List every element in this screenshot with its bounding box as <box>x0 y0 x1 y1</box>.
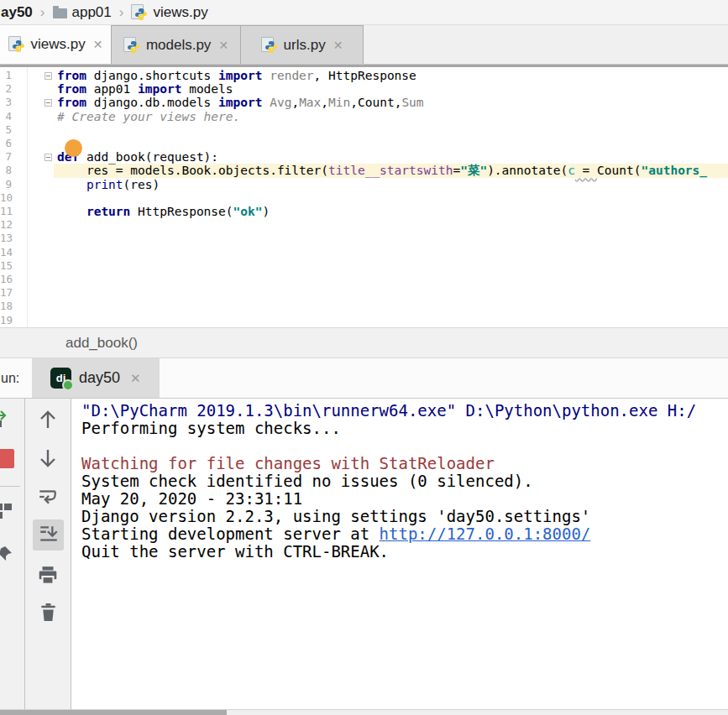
fold-marker-icon[interactable] <box>45 154 52 161</box>
code-line[interactable] <box>57 259 65 273</box>
line-number: 9 <box>0 178 12 191</box>
code-line[interactable]: print(res) <box>57 178 160 191</box>
toolbar-separator <box>0 486 20 487</box>
code-editor[interactable]: 12345678910111213141516171819 from djang… <box>0 67 728 327</box>
code-line[interactable]: # Create your views here. <box>57 110 240 123</box>
code-token: django.db.models <box>86 96 218 109</box>
server-url-link[interactable]: http://127.0.0.1:8000/ <box>380 525 591 543</box>
code-token: render <box>270 69 313 82</box>
code-line[interactable]: res = models.Book.objects.filter(title__… <box>57 164 707 177</box>
code-line[interactable] <box>57 286 65 300</box>
stop-icon[interactable] <box>0 449 14 468</box>
code-token: "菜" <box>460 164 487 177</box>
print-icon[interactable] <box>37 565 59 590</box>
current-function-label: add_book() <box>65 335 138 352</box>
python-file-icon <box>131 4 148 21</box>
horizontal-scrollbar <box>0 709 728 715</box>
code-token: , <box>291 96 299 109</box>
code-line[interactable] <box>57 232 65 245</box>
breadcrumb-label: ay50 <box>1 4 33 21</box>
code-token: from <box>57 82 86 96</box>
editor-tab-bar: views.py ✕ models.py ✕ urls.py ✕ <box>0 25 728 64</box>
code-token: , <box>350 96 358 109</box>
line-number: 7 <box>0 150 12 164</box>
code-token: from <box>57 69 86 82</box>
code-line[interactable] <box>57 218 65 232</box>
line-number: 18 <box>0 300 12 313</box>
tab-label: urls.py <box>284 37 326 54</box>
line-number: 19 <box>0 314 12 327</box>
console-line: Starting development server at http://12… <box>81 525 728 543</box>
code-line[interactable]: from django.shortcuts import render, Htt… <box>57 69 416 82</box>
code-line[interactable] <box>57 137 65 150</box>
soft-wrap-icon[interactable] <box>37 486 59 511</box>
python-file-icon <box>123 37 140 54</box>
code-line[interactable]: from django.db.models import Avg,Max,Min… <box>57 96 424 109</box>
console-output[interactable]: "D:\PyCharm 2019.1.3\bin\runnerw64.exe" … <box>71 399 728 709</box>
run-panel-title: un: <box>1 358 19 398</box>
code-token: Max <box>299 96 321 109</box>
clear-all-icon[interactable] <box>38 602 59 626</box>
code-line[interactable]: from app01 import models <box>57 82 233 96</box>
code-line[interactable]: def add_book(request): <box>57 150 218 164</box>
code-token: models <box>181 82 233 96</box>
code-line[interactable] <box>57 191 65 205</box>
code-line[interactable] <box>57 123 65 137</box>
code-line[interactable]: return HttpResponse("ok") <box>57 205 270 218</box>
run-tab-day50[interactable]: dj day50 ✕ <box>32 358 160 398</box>
run-tab-label: day50 <box>79 369 120 387</box>
code-token: from <box>57 96 86 109</box>
restore-layout-icon[interactable] <box>0 501 13 525</box>
tab-views-py[interactable]: views.py ✕ <box>0 25 112 64</box>
fold-marker-icon[interactable] <box>45 99 52 107</box>
code-token: import <box>138 82 181 96</box>
code-token <box>262 96 270 109</box>
line-number: 14 <box>0 246 12 259</box>
line-number: 8 <box>0 164 12 177</box>
tab-models-py[interactable]: models.py ✕ <box>112 25 241 64</box>
code-token: Count( <box>597 164 641 177</box>
line-number: 1 <box>0 69 12 82</box>
scroll-to-end-icon[interactable] <box>38 524 60 549</box>
line-number: 11 <box>0 205 12 218</box>
breadcrumb-label: views.py <box>153 4 207 21</box>
tab-urls-py[interactable]: urls.py ✕ <box>241 25 364 64</box>
code-token: add_book(request): <box>79 150 218 164</box>
tab-close-icon[interactable]: ✕ <box>218 39 228 52</box>
line-number: 15 <box>0 259 12 273</box>
breadcrumb-item-views-py[interactable]: views.py <box>131 4 207 21</box>
code-line[interactable] <box>57 246 65 259</box>
code-token <box>57 205 86 218</box>
code-token: ).annotate( <box>487 164 568 177</box>
up-stack-trace-icon[interactable] <box>37 408 59 435</box>
code-token: c <box>568 164 575 177</box>
pin-tab-icon[interactable] <box>0 545 13 568</box>
breadcrumb-item-project[interactable]: ay50 <box>1 4 33 21</box>
tab-close-icon[interactable]: ✕ <box>333 39 343 52</box>
console-text: "D:\PyCharm 2019.1.3\bin\runnerw64.exe" … <box>81 401 696 420</box>
django-icon: dj <box>50 368 71 389</box>
code-token: Min <box>328 96 350 109</box>
rerun-icon[interactable] <box>0 409 13 432</box>
breadcrumb: ay50 › app01 › views.py <box>0 0 728 25</box>
intention-bulb-icon[interactable] <box>65 139 82 157</box>
code-token: HttpResponse( <box>130 205 233 218</box>
down-stack-trace-icon[interactable] <box>37 446 59 473</box>
code-token: "ok" <box>233 205 263 218</box>
code-token: res = models.Book.objects.filter( <box>57 164 328 177</box>
fold-marker-icon[interactable] <box>45 72 52 80</box>
console-line: Watching for file changes with StatReloa… <box>81 455 728 472</box>
breadcrumb-item-app01[interactable]: app01 <box>53 4 112 21</box>
code-line[interactable] <box>57 300 65 313</box>
console-line: System check identified no issues (0 sil… <box>81 472 728 490</box>
code-token: = <box>453 164 460 177</box>
scrollbar-thumb[interactable] <box>0 710 227 715</box>
code-line[interactable] <box>57 273 65 286</box>
code-token: Avg <box>270 96 291 109</box>
tab-close-icon[interactable]: ✕ <box>93 38 103 51</box>
line-number: 12 <box>0 218 12 232</box>
console-line: "D:\PyCharm 2019.1.3\bin\runnerw64.exe" … <box>81 402 728 420</box>
console-text: Starting development server at <box>81 525 380 543</box>
code-line[interactable] <box>57 314 65 327</box>
run-tab-close-icon[interactable]: ✕ <box>130 371 141 386</box>
